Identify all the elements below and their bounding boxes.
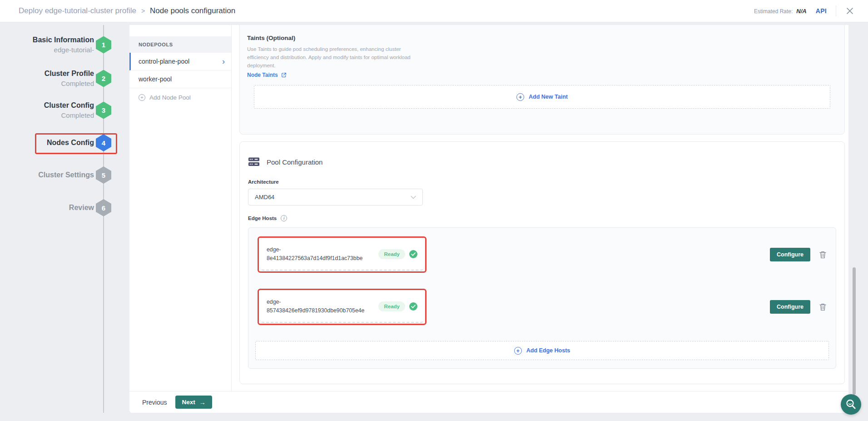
step-number-badge: 1	[96, 36, 111, 54]
edge-hosts-container: edge- 8e41384227563a7d14df9f1d1ac73bbe R…	[248, 227, 836, 369]
pool-configuration-title: Pool Configuration	[267, 158, 322, 166]
node-pools-panel: NODEPOOLS control-plane-pool › worker-po…	[129, 25, 848, 413]
edge-host-row: edge- 857438426ef9d9781930dbe90b705e4e R…	[258, 289, 827, 325]
plus-circle-icon: +	[514, 347, 522, 355]
architecture-label: Architecture	[248, 179, 836, 185]
edge-host-name: edge- 857438426ef9d9781930dbe90b705e4e	[267, 298, 364, 315]
edge-host-row: edge- 8e41384227563a7d14df9f1d1ac73bbe R…	[258, 236, 827, 273]
step-sublabel: edge-tutorial-	[0, 45, 94, 55]
app-root: Deploy edge-tutorial-cluster profile > N…	[0, 0, 868, 421]
wizard-footer: Previous Next →	[129, 391, 848, 413]
step-number-badge: 3	[96, 102, 111, 119]
edge-hosts-label-row: Edge Hosts i	[248, 215, 836, 221]
pool-configuration-header: Pool Configuration	[248, 157, 836, 167]
step-cluster-settings[interactable]: Cluster Settings 5	[0, 170, 94, 180]
edge-host-card: edge- 8e41384227563a7d14df9f1d1ac73bbe R…	[260, 239, 424, 271]
add-edge-hosts-label: Add Edge Hosts	[526, 347, 570, 354]
step-sublabel: Completed	[0, 79, 94, 88]
step-label: Cluster Profile	[0, 69, 94, 79]
header-divider	[836, 5, 836, 16]
api-button[interactable]: API	[816, 7, 827, 15]
step-number-badge: 5	[96, 166, 111, 184]
step-nodes-config[interactable]: Nodes Config 4	[0, 138, 94, 148]
trash-icon[interactable]	[819, 251, 827, 259]
step-number-badge: 4	[96, 134, 111, 151]
server-stack-icon	[248, 157, 260, 167]
chevron-down-icon	[411, 195, 416, 199]
step-label: Review	[0, 203, 94, 213]
step-sublabel: Completed	[0, 110, 94, 120]
status-badge: Ready	[378, 301, 405, 311]
arrow-right-icon: →	[199, 399, 206, 406]
configure-button[interactable]: Configure	[770, 248, 810, 261]
wizard-stepper: Basic Information edge-tutorial- 1 Clust…	[0, 0, 129, 421]
step-label: Nodes Config	[0, 138, 94, 148]
step-number-badge: 2	[96, 70, 111, 87]
header-actions: Estimated Rate: N/A API	[754, 5, 854, 16]
step-cluster-profile[interactable]: Cluster Profile Completed 2	[0, 69, 94, 88]
edge-host-card: edge- 857438426ef9d9781930dbe90b705e4e R…	[260, 291, 424, 323]
close-icon[interactable]	[845, 6, 854, 15]
node-taints-link[interactable]: Node Taints	[247, 72, 837, 78]
plus-circle-icon: +	[139, 94, 145, 101]
info-icon[interactable]: i	[281, 215, 287, 221]
estimated-rate-value: N/A	[796, 8, 806, 15]
architecture-selected-value: AMD64	[255, 194, 274, 200]
add-node-pool-label: Add Node Pool	[149, 94, 191, 101]
step-cluster-config[interactable]: Cluster Config Completed 3	[0, 100, 94, 120]
check-circle-icon	[409, 250, 417, 258]
edge-host-status: Ready	[378, 301, 417, 311]
nodepool-item-control-plane-pool[interactable]: control-plane-pool ›	[129, 53, 231, 70]
vertical-scrollbar-thumb[interactable]	[853, 267, 856, 395]
external-link-icon	[281, 72, 287, 78]
wizard-header: Deploy edge-tutorial-cluster profile > N…	[0, 0, 868, 22]
edge-host-name: edge- 8e41384227563a7d14df9f1d1ac73bbe	[267, 246, 362, 263]
pool-configuration-section: Pool Configuration Architecture AMD64 Ed…	[239, 141, 845, 384]
step-number-badge: 6	[96, 199, 111, 216]
configure-button[interactable]: Configure	[770, 300, 810, 314]
help-chat-button[interactable]	[841, 394, 861, 415]
pool-config-content: Taints (Optional) Use Taints to guide po…	[232, 25, 848, 391]
nodepool-label: control-plane-pool	[139, 58, 189, 65]
taints-title: Taints (Optional)	[247, 35, 837, 41]
nodepool-item-worker-pool[interactable]: worker-pool	[129, 70, 231, 88]
breadcrumb-profile-name: Deploy edge-tutorial-cluster profile	[19, 6, 136, 15]
nodepools-sidebar: NODEPOOLS control-plane-pool › worker-po…	[129, 25, 232, 391]
estimated-rate: Estimated Rate: N/A	[754, 8, 807, 15]
nodepools-header: NODEPOOLS	[129, 36, 231, 53]
annotation-box-edge-host-2: edge- 857438426ef9d9781930dbe90b705e4e R…	[258, 289, 427, 325]
breadcrumb: Deploy edge-tutorial-cluster profile > N…	[19, 6, 235, 15]
add-node-pool-button[interactable]: + Add Node Pool	[129, 94, 231, 101]
add-new-taint-label: Add New Taint	[529, 94, 568, 100]
add-edge-hosts-button[interactable]: + Add Edge Hosts	[255, 341, 829, 360]
edge-host-status: Ready	[378, 249, 417, 259]
plus-circle-icon: +	[516, 93, 524, 101]
magnifier-smile-icon	[845, 398, 857, 411]
edge-hosts-label: Edge Hosts	[248, 216, 277, 221]
next-button[interactable]: Next →	[175, 396, 212, 409]
breadcrumb-separator-icon: >	[141, 7, 145, 15]
nodepool-label: worker-pool	[139, 75, 172, 83]
step-label: Basic Information	[0, 35, 94, 45]
check-circle-icon	[409, 302, 417, 311]
architecture-select[interactable]: AMD64	[248, 189, 423, 205]
node-taints-link-label: Node Taints	[247, 72, 278, 78]
estimated-rate-label: Estimated Rate:	[754, 8, 793, 15]
taints-description: Use Taints to guide pod scheduling prefe…	[247, 45, 422, 70]
breadcrumb-current-page: Node pools configuration	[150, 6, 235, 15]
chevron-right-icon: ›	[222, 53, 225, 70]
step-label: Cluster Settings	[0, 170, 94, 180]
taints-section: Taints (Optional) Use Taints to guide po…	[239, 25, 845, 135]
step-basic-information[interactable]: Basic Information edge-tutorial- 1	[0, 35, 94, 55]
next-button-label: Next	[182, 399, 195, 406]
annotation-box-edge-host-1: edge- 8e41384227563a7d14df9f1d1ac73bbe R…	[258, 236, 427, 273]
step-review[interactable]: Review 6	[0, 203, 94, 213]
add-new-taint-button[interactable]: + Add New Taint	[254, 85, 830, 109]
trash-icon[interactable]	[819, 303, 827, 311]
step-label: Cluster Config	[0, 100, 94, 110]
previous-button[interactable]: Previous	[142, 399, 167, 406]
status-badge: Ready	[378, 249, 405, 259]
